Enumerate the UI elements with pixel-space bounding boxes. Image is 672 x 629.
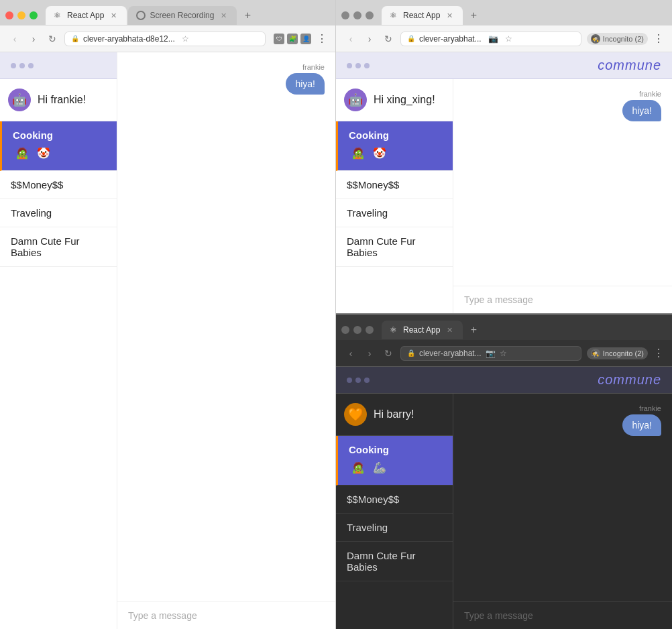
bookmark-icon-rt[interactable]: ☆ [505,34,512,44]
header-dots-rb [347,378,370,383]
channel-cooking-rb[interactable]: Cooking 🧟 🦾 [336,436,453,485]
channel-avatars-rb: 🧟 🦾 [349,458,442,477]
channel-name-traveling: Traveling [11,207,106,219]
lock-icon-rt: 🔒 [407,35,415,42]
message-bubble-rt: hiya! [622,100,661,121]
bookmark-icon[interactable]: ☆ [182,34,189,44]
chat-area-left: frankie hiya! Type a message [117,52,335,629]
tab-react-app-rt[interactable]: ⚛ React App ✕ [382,6,463,25]
browser-right-bottom: ⚛ React App ✕ + ‹ › ↻ 🔒 clever-aryabhat.… [336,314,672,629]
channel-money-rb[interactable]: $$Money$$ [336,485,453,514]
tab-close-rb[interactable]: ✕ [444,325,455,335]
forward-btn-rt[interactable]: › [363,34,376,44]
app-header-left [0,52,117,79]
lock-icon: 🔒 [71,35,79,42]
chat-messages-left: frankie hiya! [117,52,335,602]
channel-furbabies-rb[interactable]: Damn Cute Fur Babies [336,542,453,581]
forward-btn-rb[interactable]: › [363,348,376,359]
channel-traveling-rb[interactable]: Traveling [336,514,453,542]
user-header-rt: 🤖 Hi xing_xing! [336,79,453,121]
reload-btn-rt[interactable]: ↻ [382,34,395,44]
new-tab-btn-rb[interactable]: + [464,321,483,339]
channel-traveling-left[interactable]: Traveling [0,199,117,227]
extension-icons: 🛡 🧩 👤 [274,34,311,44]
user-header-left: 🤖 Hi frankie! [0,79,117,121]
hd1-rt [347,63,352,68]
browser-menu[interactable]: ⋮ [317,32,327,45]
tab-close-react[interactable]: ✕ [108,10,119,21]
tab-close-rt[interactable]: ✕ [444,10,455,21]
channel-name-furbabies: Damn Cute Fur Babies [11,235,106,258]
browser-menu-rb[interactable]: ⋮ [653,347,664,359]
address-field-rt[interactable]: 🔒 clever-aryabhat... 📷 ☆ [400,32,581,46]
dot2-rb [353,326,361,334]
incognito-badge-rb: 🕵 Incognito (2) [587,347,648,359]
tab-react-app[interactable]: ⚛ React App ✕ [46,6,127,25]
address-field-left[interactable]: 🔒 clever-aryabhata-d8e12... ☆ [64,32,266,46]
app-window-rt: commune 🤖 Hi xing_xing! Cooking 🧟 [336,52,672,313]
back-button[interactable]: ‹ [8,34,21,44]
forward-button[interactable]: › [27,34,40,44]
reload-btn-rb[interactable]: ↻ [382,348,395,359]
browser-menu-rt[interactable]: ⋮ [653,32,664,45]
channel-name-cooking: Cooking [13,129,106,141]
ext-icon-puzzle[interactable]: 🧩 [287,34,298,44]
traffic-lights-rb [341,326,374,334]
address-text-rt: clever-aryabhat... [419,34,482,44]
chat-input-area-rt[interactable]: Type a message [453,286,672,313]
address-bar-rb: ‹ › ↻ 🔒 clever-aryabhat... 📷 ☆ 🕵 Incogni… [336,340,672,367]
avatar-rb: 🧡 [344,403,367,426]
app-logo-rb: commune [598,372,661,388]
tab-bar-right-top: ⚛ React App ✕ + [336,0,672,25]
chat-input-placeholder-rt: Type a message [464,294,661,305]
address-field-rb[interactable]: 🔒 clever-aryabhat... 📷 ☆ [400,346,581,361]
channel-traveling-rt[interactable]: Traveling [336,199,453,227]
app-header-rt: commune [336,52,672,79]
cam-icon-rb: 📷 [486,349,496,358]
message-sender-left: frankie [302,63,325,71]
avatar-cooking-2: 🤡 [34,144,53,162]
ext-icon-shield[interactable]: 🛡 [274,34,284,44]
chat-input-area-rb[interactable]: Type a message [453,602,672,629]
sidebar-rt: 🤖 Hi xing_xing! Cooking 🧟 🤡 $$Money$$ [336,79,453,313]
tab-bar-rb: ⚛ React App ✕ + [336,314,672,340]
browser-right-top: ⚛ React App ✕ + ‹ › ↻ 🔒 clever-aryabhat.… [336,0,672,314]
tab-react-app-rb[interactable]: ⚛ React App ✕ [382,321,463,339]
channel-cooking-rt[interactable]: Cooking 🧟 🤡 [336,121,453,171]
traffic-lights [5,11,38,19]
cam-icon-rt: 📷 [488,34,498,44]
minimize-button[interactable] [17,11,25,19]
channel-money-left[interactable]: $$Money$$ [0,171,117,199]
incognito-icon-rt: 🕵 [591,34,600,44]
bookmark-icon-rb[interactable]: ☆ [500,349,507,358]
ext-icon-user[interactable]: 👤 [300,34,311,44]
message-row-rb: frankie hiya! [464,404,661,436]
back-btn-rt[interactable]: ‹ [344,34,357,44]
sidebar-rb: 🧡 Hi barry! Cooking 🧟 🦾 [336,394,453,629]
tab-screen-recording[interactable]: Screen Recording ✕ [128,6,237,25]
reload-button[interactable]: ↻ [46,34,59,44]
close-button[interactable] [5,11,13,19]
dot2 [353,11,361,19]
incognito-icon-rb: 🕵 [591,349,600,358]
channel-furbabies-left[interactable]: Damn Cute Fur Babies [0,227,117,267]
channel-money-rt[interactable]: $$Money$$ [336,171,453,199]
chat-input-area-left[interactable]: Type a message [117,602,335,629]
back-btn-rb[interactable]: ‹ [344,348,357,359]
new-tab-button[interactable]: + [238,6,257,25]
react-favicon-rb: ⚛ [390,325,399,335]
header-dots-rt [347,63,370,68]
chat-input-placeholder-rb: Type a message [464,610,661,621]
header-dots [11,63,34,68]
tab-close-screen-rec[interactable]: ✕ [218,10,229,21]
app-window-left: 🤖 Hi frankie! Cooking 🧟 🤡 $$Money$$ Trav… [0,52,335,629]
user-name-rt: Hi xing_xing! [374,94,435,106]
new-tab-button-rt[interactable]: + [464,6,483,25]
channel-furbabies-rt[interactable]: Damn Cute Fur Babies [336,227,453,267]
channel-cooking-left[interactable]: Cooking 🧟 🤡 [0,121,117,171]
hd3-rt [364,63,370,68]
channel-name-cooking-rt: Cooking [349,129,442,141]
app-body-rb: 🧡 Hi barry! Cooking 🧟 🦾 [336,394,672,629]
screen-rec-icon [136,11,146,20]
maximize-button[interactable] [30,11,38,19]
